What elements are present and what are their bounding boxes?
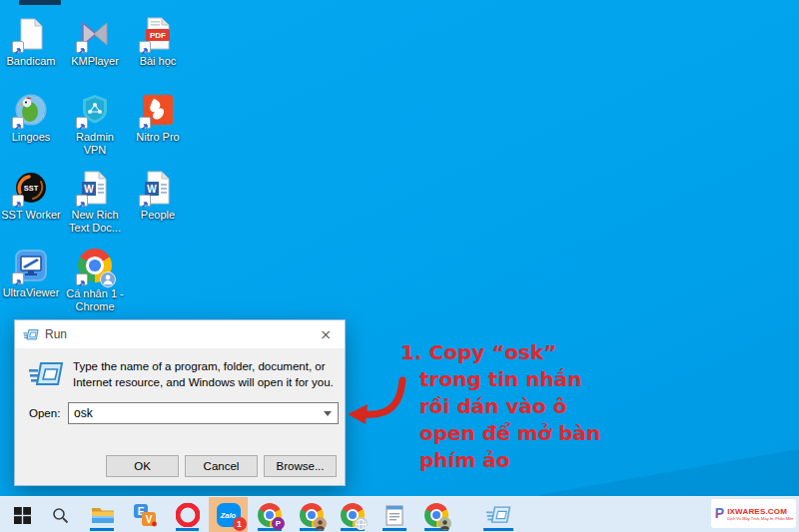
desktop-icon-bai-hoc[interactable]: PDF Bài học (127, 16, 189, 68)
radmin-vpn-shield-icon (77, 92, 113, 128)
zalo-icon: Zalo 1 (217, 503, 241, 527)
chrome-profile-icon (77, 249, 113, 284)
chrome-profile-p-button[interactable]: P (257, 502, 283, 528)
pixwares-watermark: P IXWARES.COM Dịch Vụ Máy Tính, Máy In, … (711, 499, 796, 528)
run-icon (485, 505, 511, 525)
word-letter: W (147, 184, 157, 195)
desktop-icon-chrome-profile[interactable]: Cá nhân 1 - Chrome (64, 248, 126, 313)
pixwares-tagline: Dịch Vụ Máy Tính, Máy In, Phần Mềm, Mạng… (727, 516, 793, 521)
annotation-line: 1. Copy “osk” (400, 339, 615, 366)
run-dialog-title: Run (45, 327, 67, 341)
desktop-icon-lingoes[interactable]: Lingoes (0, 92, 62, 144)
sst-worker-icon: SST (13, 170, 49, 206)
cancel-button[interactable]: Cancel (185, 455, 258, 477)
annotation-line: trong tin nhắn (400, 366, 615, 393)
notepad-icon (385, 503, 404, 527)
shortcut-arrow-icon (76, 41, 88, 53)
desktop-icon-radmin-vpn[interactable]: Radmin VPN (64, 92, 126, 157)
shortcut-arrow-icon (76, 273, 88, 285)
chrome-profile2-button[interactable] (299, 502, 325, 528)
file-explorer-icon (91, 505, 115, 525)
running-indicator (90, 528, 114, 531)
running-indicator (383, 528, 406, 531)
taskbar: EV Zalo 1 P P (0, 496, 799, 532)
run-dialog: Run × Type the name of a program, folder… (14, 319, 346, 486)
desktop-icon-label: Bài học (127, 55, 189, 68)
shortcut-arrow-icon (12, 195, 24, 207)
desktop-icon-sst-worker[interactable]: SST SST Worker (0, 170, 62, 222)
chrome-profile4-button[interactable] (423, 502, 449, 528)
profile-photo-badge (438, 517, 451, 530)
shortcut-arrow-icon (76, 117, 88, 129)
running-indicator (483, 528, 513, 531)
annotation-line: rồi dán vào ô (400, 393, 615, 420)
chrome-profile3-button[interactable] (340, 502, 366, 528)
shortcut-arrow-icon (12, 117, 24, 129)
run-message-icon (28, 360, 64, 388)
zalo-label: Zalo (221, 511, 236, 520)
pixwares-logo-icon: P (714, 503, 725, 525)
desktop-icon-label: People (127, 209, 189, 222)
shortcut-arrow-icon (12, 41, 24, 53)
word-document-icon: W (77, 170, 113, 206)
open-combobox[interactable] (68, 402, 339, 424)
pixwares-p-letter: P (715, 505, 724, 521)
evkey-button[interactable]: EV (132, 502, 158, 528)
profile-avatar-badge (100, 271, 116, 287)
desktop-icon-label: Radmin VPN (64, 131, 126, 157)
annotation-line: open để mở bàn (400, 420, 615, 447)
desktop-icon-label: Nitro Pro (127, 131, 189, 144)
desktop-icon-label: New Rich Text Doc... (64, 209, 126, 235)
shortcut-arrow-icon (139, 117, 151, 129)
file-explorer-button[interactable] (90, 502, 116, 528)
open-input[interactable] (69, 403, 323, 423)
desktop-icon-people[interactable]: W People (127, 170, 189, 222)
annotation-arrow-icon (340, 373, 431, 431)
profile-photo-badge (314, 517, 327, 530)
ok-button[interactable]: OK (106, 455, 179, 477)
browse-button[interactable]: Browse... (264, 455, 337, 477)
start-button[interactable] (9, 502, 35, 528)
notification-badge: 1 (233, 517, 247, 531)
nitro-pro-icon (140, 92, 176, 128)
document-icon (13, 16, 49, 52)
desktop-icon-label: SST Worker (0, 209, 62, 222)
pdf-label: PDF (150, 31, 166, 40)
run-dialog-titlebar[interactable]: Run × (15, 320, 345, 348)
word-document-icon: W (140, 170, 176, 206)
open-label: Open: (29, 407, 60, 419)
profile-p-badge: P (272, 517, 285, 530)
shortcut-arrow-icon (76, 195, 88, 207)
desktop-icon-label: Cá nhân 1 - Chrome (64, 287, 126, 313)
run-dialog-icon (23, 328, 39, 341)
notepad-button[interactable] (382, 502, 407, 528)
desktop-icon-new-rich-text[interactable]: W New Rich Text Doc... (64, 170, 126, 235)
windows-logo-icon (14, 507, 31, 524)
run-dialog-body: Type the name of a program, folder, docu… (15, 348, 345, 486)
lingoes-icon (13, 92, 49, 128)
globe-badge (355, 517, 368, 530)
close-icon[interactable]: × (307, 320, 345, 348)
chevron-down-icon[interactable] (324, 411, 332, 416)
running-indicator (176, 528, 199, 531)
pdf-icon: PDF (140, 16, 176, 52)
pixwares-text: IXWARES.COM Dịch Vụ Máy Tính, Máy In, Ph… (727, 507, 793, 521)
word-letter: W (84, 184, 94, 195)
desktop-icon-kmplayer[interactable]: KMPlayer (64, 16, 126, 68)
run-dialog-message: Type the name of a program, folder, docu… (73, 358, 335, 390)
desktop-icon-nitro-pro[interactable]: Nitro Pro (127, 92, 189, 144)
desktop-icon-bandicam[interactable]: Bandicam (0, 16, 62, 68)
evkey-v-letter: V (146, 514, 153, 525)
run-taskbar-button[interactable] (485, 502, 511, 528)
desktop-icon-ultraviewer[interactable]: UltraViewer (0, 248, 62, 299)
shortcut-arrow-icon (139, 195, 151, 207)
ultraviewer-icon (13, 248, 49, 283)
zalo-button[interactable]: Zalo 1 (209, 497, 248, 532)
opera-button[interactable] (175, 502, 201, 528)
search-button[interactable] (47, 502, 73, 528)
kmplayer-icon (77, 16, 113, 52)
desktop-icon-label: KMPlayer (64, 55, 126, 68)
evkey-icon: EV (133, 503, 157, 527)
desktop-icon-label: UltraViewer (0, 286, 62, 299)
pixwares-brand: IXWARES.COM (727, 507, 793, 516)
